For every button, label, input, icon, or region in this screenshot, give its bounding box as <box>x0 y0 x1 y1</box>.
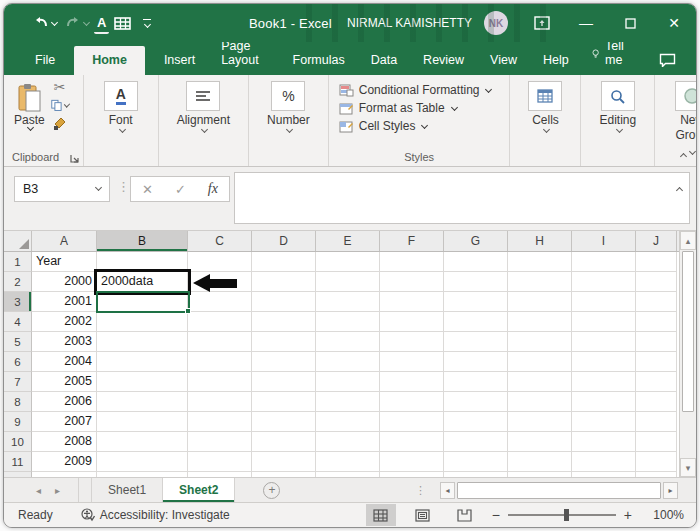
cut-button[interactable]: ✂ <box>51 79 69 95</box>
cell-G10[interactable] <box>444 432 508 452</box>
cell-A9[interactable]: 2007 <box>32 412 97 432</box>
cell-C7[interactable] <box>188 372 252 392</box>
row-header-4[interactable]: 4 <box>4 312 32 332</box>
cell-F7[interactable] <box>380 372 444 392</box>
cell-I12[interactable] <box>572 472 636 477</box>
scroll-right-button[interactable]: ▸ <box>663 482 678 499</box>
cell-D7[interactable] <box>252 372 316 392</box>
redo-button[interactable] <box>62 13 92 33</box>
tab-insert[interactable]: Insert <box>151 46 208 75</box>
cell-C12[interactable] <box>188 472 252 477</box>
cell-J8[interactable] <box>636 392 677 412</box>
cell-A2[interactable]: 2000 <box>32 272 97 292</box>
cell-A1[interactable]: Year <box>32 252 97 272</box>
horizontal-scrollbar[interactable]: ◂ ▸ <box>440 478 678 502</box>
cell-I2[interactable] <box>572 272 636 292</box>
column-header-G[interactable]: G <box>444 231 508 251</box>
vertical-scrollbar[interactable]: ▴ ▾ <box>679 231 696 477</box>
collapse-ribbon-button[interactable] <box>678 148 686 162</box>
cell-C3[interactable] <box>188 292 252 312</box>
alignment-menu-button[interactable]: Alignment <box>171 79 236 134</box>
account-name[interactable]: NIRMAL KAMISHETTY <box>347 16 472 30</box>
cell-C6[interactable] <box>188 352 252 372</box>
row-header-8[interactable]: 8 <box>4 392 32 412</box>
cell-H9[interactable] <box>508 412 572 432</box>
cell-F1[interactable] <box>380 252 444 272</box>
cell-I9[interactable] <box>572 412 636 432</box>
cell-C2[interactable] <box>188 272 252 292</box>
cell-G9[interactable] <box>444 412 508 432</box>
cell-styles-button[interactable]: Cell Styles <box>339 119 428 133</box>
tab-home[interactable]: Home <box>74 46 145 75</box>
clipboard-dialog-launcher[interactable] <box>70 154 79 163</box>
cell-J4[interactable] <box>636 312 677 332</box>
cell-E6[interactable] <box>316 352 380 372</box>
comments-button[interactable] <box>639 46 696 75</box>
redo-chevron-icon[interactable] <box>83 18 90 25</box>
row-header-11[interactable]: 11 <box>4 452 32 472</box>
font-menu-button[interactable]: A Font <box>98 79 144 134</box>
cell-G5[interactable] <box>444 332 508 352</box>
cell-G7[interactable] <box>444 372 508 392</box>
cell-E10[interactable] <box>316 432 380 452</box>
zoom-slider[interactable] <box>508 514 616 516</box>
cell-B4[interactable] <box>97 312 188 332</box>
column-header-E[interactable]: E <box>316 231 380 251</box>
cell-I6[interactable] <box>572 352 636 372</box>
zoom-out-button[interactable]: − <box>492 507 500 523</box>
cell-C1[interactable] <box>188 252 252 272</box>
cell-E8[interactable] <box>316 392 380 412</box>
cell-C9[interactable] <box>188 412 252 432</box>
cell-H3[interactable] <box>508 292 572 312</box>
undo-chevron-icon[interactable] <box>51 18 58 25</box>
cell-A5[interactable]: 2003 <box>32 332 97 352</box>
next-sheet-button[interactable]: ▸ <box>55 485 60 496</box>
cell-H6[interactable] <box>508 352 572 372</box>
cell-J9[interactable] <box>636 412 677 432</box>
cell-D1[interactable] <box>252 252 316 272</box>
cell-B9[interactable] <box>97 412 188 432</box>
cell-G11[interactable] <box>444 452 508 472</box>
cell-B6[interactable] <box>97 352 188 372</box>
scrollbar-resize-handle[interactable]: ⋮ <box>415 484 426 497</box>
tab-file[interactable]: File <box>22 46 68 75</box>
cancel-entry-button[interactable]: ✕ <box>142 182 153 197</box>
cell-H10[interactable] <box>508 432 572 452</box>
tab-review[interactable]: Review <box>410 46 477 75</box>
cell-G2[interactable] <box>444 272 508 292</box>
cell-I3[interactable] <box>572 292 636 312</box>
cell-D11[interactable] <box>252 452 316 472</box>
name-box-dropdown-icon[interactable] <box>95 184 102 191</box>
row-header-12[interactable]: 12 <box>4 472 32 477</box>
cell-F3[interactable] <box>380 292 444 312</box>
copy-button[interactable] <box>51 97 69 113</box>
conditional-formatting-button[interactable]: Conditional Formatting <box>339 83 492 97</box>
row-header-2[interactable]: 2 <box>4 272 32 292</box>
cell-H11[interactable] <box>508 452 572 472</box>
cells-menu-button[interactable]: Cells <box>522 79 568 134</box>
cell-I11[interactable] <box>572 452 636 472</box>
cell-B10[interactable] <box>97 432 188 452</box>
cell-D2[interactable] <box>252 272 316 292</box>
cell-C11[interactable] <box>188 452 252 472</box>
cell-B1[interactable] <box>97 252 188 272</box>
cell-B7[interactable] <box>97 372 188 392</box>
cell-B12[interactable] <box>97 472 188 477</box>
scroll-down-button[interactable]: ▾ <box>680 458 696 477</box>
formula-input[interactable] <box>234 172 690 224</box>
cell-H8[interactable] <box>508 392 572 412</box>
cell-C8[interactable] <box>188 392 252 412</box>
cell-B5[interactable] <box>97 332 188 352</box>
enter-entry-button[interactable]: ✓ <box>175 182 186 197</box>
cell-E2[interactable] <box>316 272 380 292</box>
cell-E11[interactable] <box>316 452 380 472</box>
cell-J10[interactable] <box>636 432 677 452</box>
cell-G12[interactable] <box>444 472 508 477</box>
cell-H7[interactable] <box>508 372 572 392</box>
cell-J3[interactable] <box>636 292 677 312</box>
cell-F6[interactable] <box>380 352 444 372</box>
sheet-tab-sheet1[interactable]: Sheet1 <box>91 478 163 502</box>
select-all-button[interactable] <box>4 231 32 251</box>
cell-A6[interactable]: 2004 <box>32 352 97 372</box>
cell-B11[interactable] <box>97 452 188 472</box>
